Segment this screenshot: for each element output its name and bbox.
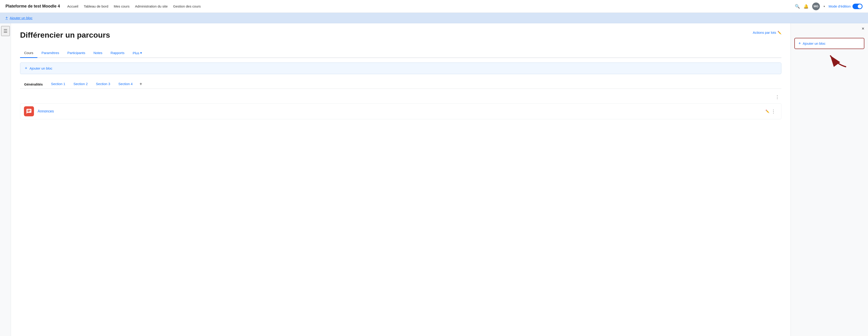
arrow-container [795, 51, 864, 69]
plus-icon: + [5, 16, 8, 20]
right-panel-add-block-button[interactable]: + Ajouter un bloc [795, 38, 864, 49]
mode-edition-label: Mode d'édition [829, 4, 851, 8]
section-tabs: Généralités Section 1 Section 2 Section … [20, 80, 781, 89]
nav-administration[interactable]: Administration du site [135, 4, 167, 8]
activity-annonces-label[interactable]: Annonces [38, 109, 764, 113]
add-section-button[interactable]: + [137, 80, 145, 88]
chevron-down-icon: ▾ [140, 51, 142, 55]
three-dots-row: ⋮ [20, 92, 781, 102]
section-tab-4[interactable]: Section 4 [114, 80, 137, 89]
nav-links: Accueil Tableau de bord Mes cours Admini… [67, 4, 200, 8]
brand-name: Plateforme de test Moodle 4 [5, 4, 60, 9]
arrow-indicator [823, 51, 851, 69]
nav-mes-cours[interactable]: Mes cours [114, 4, 129, 8]
nav-right: 🔍 🔔 MG ▾ Mode d'édition [795, 2, 863, 10]
section-tab-3[interactable]: Section 3 [92, 80, 115, 89]
course-title: Différencier un parcours [20, 31, 110, 39]
section-tab-1[interactable]: Section 1 [47, 80, 69, 89]
notification-icon[interactable]: 🔔 [804, 4, 808, 9]
tab-participants[interactable]: Participants [63, 49, 89, 58]
content-area: Différencier un parcours Actions par lot… [11, 23, 790, 336]
tab-rapports[interactable]: Rapports [106, 49, 129, 58]
activity-row: Annonces ✏️ ⋮ [20, 103, 781, 119]
search-icon[interactable]: 🔍 [795, 4, 800, 9]
course-tabs: Cours Paramètres Participants Notes Rapp… [20, 49, 781, 58]
activity-three-dots[interactable]: ⋮ [769, 108, 777, 115]
actions-edit-icon: ✏️ [777, 31, 781, 34]
mode-edition-toggle: Mode d'édition [829, 4, 863, 9]
top-add-block-bar: + Ajouter un bloc [0, 13, 868, 23]
section-options-button[interactable]: ⋮ [773, 93, 781, 101]
right-panel-close-button[interactable]: × [862, 26, 864, 31]
tab-notes[interactable]: Notes [89, 49, 106, 58]
tab-parametres[interactable]: Paramètres [37, 49, 63, 58]
top-navigation: Plateforme de test Moodle 4 Accueil Tabl… [0, 0, 868, 13]
tab-plus[interactable]: Plus ▾ [129, 49, 146, 58]
sidebar-hamburger-icon[interactable]: ☰ [1, 26, 10, 36]
user-menu-chevron[interactable]: ▾ [824, 5, 825, 8]
right-panel: × + Ajouter un bloc [790, 23, 868, 336]
content-add-block-button[interactable]: + Ajouter un bloc [20, 62, 781, 74]
nav-accueil[interactable]: Accueil [67, 4, 78, 8]
activity-options: ⋮ [769, 108, 777, 115]
activity-icon-forum [24, 106, 34, 116]
tab-cours[interactable]: Cours [20, 49, 37, 58]
nav-tableau-de-bord[interactable]: Tableau de bord [84, 4, 108, 8]
user-avatar[interactable]: MG [812, 2, 820, 10]
plus-icon: + [25, 66, 27, 71]
top-add-block-button[interactable]: + Ajouter un bloc [5, 16, 33, 20]
plus-icon: + [799, 41, 801, 46]
section-tab-2[interactable]: Section 2 [69, 80, 92, 89]
toggle-switch[interactable] [852, 4, 863, 9]
left-sidebar: ☰ [0, 23, 11, 336]
nav-gestion-cours[interactable]: Gestion des cours [173, 4, 201, 8]
section-tab-generalites[interactable]: Généralités [20, 80, 47, 88]
activity-edit-icon[interactable]: ✏️ [766, 110, 769, 113]
actions-par-lots[interactable]: Actions par lots ✏️ [753, 31, 781, 34]
main-layout: ☰ Différencier un parcours Actions par l… [0, 23, 868, 336]
